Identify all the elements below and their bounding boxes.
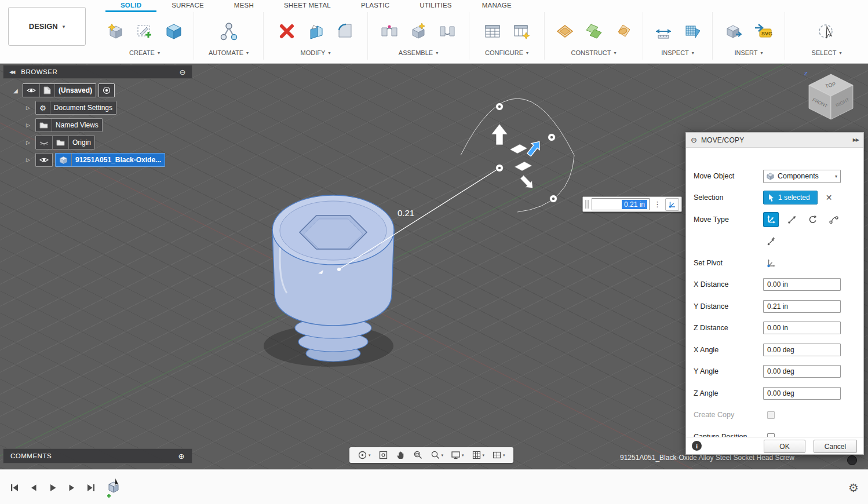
clear-selection-icon[interactable]: ✕ — [826, 193, 833, 202]
tab-mesh[interactable]: MESH — [219, 0, 269, 12]
tree-item-label[interactable]: Named Views — [52, 119, 102, 132]
configuration-table-icon[interactable] — [482, 20, 504, 43]
axis-plane-icon[interactable] — [612, 20, 634, 43]
plane-handle[interactable] — [515, 162, 532, 171]
move-type-point-to-point-button[interactable] — [826, 212, 841, 227]
joint-icon[interactable] — [378, 20, 400, 43]
tab-utilities[interactable]: UTILITIES — [404, 0, 466, 12]
zoom-button[interactable]: ▾ — [428, 449, 446, 461]
tab-plastic[interactable]: PLASTIC — [346, 0, 404, 12]
new-component-icon[interactable] — [105, 20, 127, 43]
skip-to-end-button[interactable] — [86, 483, 96, 493]
skip-to-start-button[interactable] — [9, 483, 20, 493]
tree-item-label[interactable]: 91251A051_Black-Oxide... — [71, 154, 165, 166]
minimize-icon[interactable]: ⊖ — [691, 136, 697, 144]
tree-item-label[interactable]: Document Settings — [50, 101, 116, 114]
insert-menu[interactable]: INSERT▾ — [734, 49, 763, 60]
move-type-point-to-position-button[interactable] — [763, 234, 779, 249]
orbit-button[interactable]: ▾ — [355, 449, 373, 461]
select-cursor-icon[interactable] — [816, 20, 838, 43]
display-settings-button[interactable]: ▾ — [448, 449, 466, 461]
modify-menu[interactable]: MODIFY▾ — [301, 49, 331, 60]
assemble-new-component-icon[interactable] — [407, 20, 429, 43]
tab-solid[interactable]: SOLID — [105, 0, 156, 12]
x-angle-input[interactable] — [763, 344, 841, 356]
selection-button[interactable]: 1 selected — [763, 191, 818, 204]
move-type-free-move-button[interactable] — [763, 212, 779, 227]
view-cube[interactable]: Z TOP FRONT RIGHT — [803, 68, 859, 124]
timeline-component-item[interactable] — [106, 477, 122, 501]
grid-settings-button[interactable]: ▾ — [469, 449, 487, 461]
ok-button[interactable]: OK — [764, 440, 805, 453]
drag-grip-icon[interactable] — [585, 200, 589, 209]
box-primitive-icon[interactable] — [163, 20, 185, 43]
move-type-translate-button[interactable] — [784, 212, 800, 227]
status-badge[interactable] — [847, 455, 857, 465]
translate-arrow-active[interactable] — [525, 138, 544, 158]
move-manipulator[interactable] — [461, 98, 574, 212]
offset-plane-icon[interactable] — [554, 20, 576, 43]
selected-component-row[interactable]: 91251A051_Black-Oxide... — [55, 153, 165, 167]
select-menu[interactable]: SELECT▾ — [812, 49, 842, 60]
tab-surface[interactable]: SURFACE — [156, 0, 219, 12]
pan-button[interactable] — [393, 449, 408, 461]
tab-manage[interactable]: MANAGE — [467, 0, 527, 12]
z-distance-input[interactable] — [763, 322, 841, 334]
assemble-menu[interactable]: ASSEMBLE▾ — [399, 49, 438, 60]
delete-icon[interactable] — [276, 20, 298, 43]
y-distance-input[interactable] — [763, 300, 841, 313]
construct-menu[interactable]: CONSTRUCT▾ — [571, 49, 616, 60]
move-type-rotate-button[interactable] — [805, 212, 820, 227]
look-at-button[interactable] — [376, 449, 391, 461]
rotate-arc[interactable] — [461, 98, 574, 155]
expander-icon[interactable]: ▷ — [26, 105, 33, 111]
dialog-header[interactable]: ⊖ MOVE/COPY ▶▶ — [686, 133, 863, 148]
transform-options-button[interactable] — [665, 198, 679, 211]
insert-derive-icon[interactable] — [723, 20, 745, 43]
move-object-dropdown[interactable]: Components ▾ — [763, 170, 841, 183]
step-back-button[interactable] — [28, 483, 39, 493]
configuration-icon[interactable] — [510, 20, 533, 43]
tab-sheet-metal[interactable]: SHEET METAL — [269, 0, 346, 12]
expander-icon[interactable]: ▷ — [26, 122, 33, 128]
midplane-icon[interactable] — [583, 20, 605, 43]
dimension-input[interactable]: 0.21 in — [592, 198, 650, 210]
insert-svg-icon[interactable]: SVG — [752, 20, 774, 43]
root-document-label[interactable]: (Unsaved) — [54, 84, 96, 97]
automate-menu[interactable]: AUTOMATE▾ — [209, 49, 249, 60]
comments-bar[interactable]: COMMENTS ⊕ — [3, 448, 192, 463]
undock-icon[interactable]: ▶▶ — [853, 137, 859, 143]
workspace-switcher[interactable]: DESIGN ▾ — [8, 7, 86, 46]
translate-arrow-up[interactable] — [491, 124, 508, 145]
zoom-window-button[interactable] — [411, 449, 425, 461]
plane-handle[interactable] — [510, 144, 527, 154]
translate-arrow-diagonal[interactable] — [519, 174, 536, 192]
activate-radio-icon[interactable] — [99, 84, 114, 97]
info-icon[interactable]: i — [692, 441, 702, 451]
minimize-icon[interactable]: ⊖ — [180, 68, 186, 76]
tree-item-label[interactable]: Origin — [68, 136, 94, 149]
joint-origin-icon[interactable] — [436, 20, 458, 43]
press-pull-icon[interactable] — [305, 20, 327, 43]
create-sketch-icon[interactable] — [134, 20, 156, 43]
play-button[interactable] — [48, 483, 58, 493]
kebab-menu-icon[interactable]: ⋮ — [652, 200, 662, 209]
z-angle-input[interactable] — [763, 387, 841, 400]
create-copy-checkbox[interactable] — [767, 411, 775, 419]
create-menu[interactable]: CREATE▾ — [129, 49, 160, 60]
expander-icon[interactable]: ▷ — [26, 140, 33, 145]
add-comment-icon[interactable]: ⊕ — [178, 452, 185, 461]
cancel-button[interactable]: Cancel — [814, 440, 857, 453]
screw-model[interactable] — [272, 195, 394, 361]
viewports-button[interactable]: ▾ — [490, 449, 508, 461]
automate-icon[interactable] — [218, 20, 240, 43]
visibility-eye-icon[interactable] — [36, 154, 52, 166]
visibility-off-icon[interactable] — [36, 136, 52, 149]
y-angle-input[interactable] — [763, 365, 841, 378]
inspect-menu[interactable]: INSPECT▾ — [661, 49, 694, 60]
expander-icon[interactable]: ◢ — [13, 87, 20, 94]
dimension-input-value[interactable]: 0.21 in — [622, 200, 647, 209]
timeline-settings-gear-icon[interactable]: ⚙ — [848, 481, 859, 495]
step-forward-button[interactable] — [67, 483, 77, 493]
fillet-icon[interactable] — [334, 20, 356, 43]
